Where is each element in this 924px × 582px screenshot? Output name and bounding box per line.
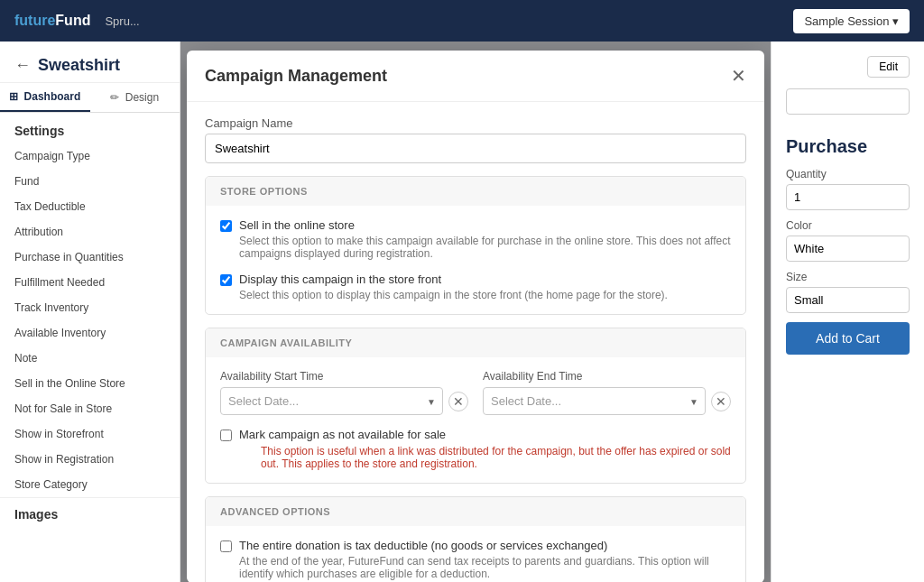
- clear-end-date-button[interactable]: ✕: [711, 392, 731, 411]
- sell-online-content: Sell in the online store Select this opt…: [239, 218, 731, 260]
- display-storefront-content: Display this campaign in the store front…: [239, 273, 668, 301]
- end-time-select-row: Select Date... ▼ ✕: [483, 387, 731, 415]
- purchase-section: Purchase Quantity Color Size Add to Cart: [786, 136, 910, 355]
- tax-deductible-label: The entire donation is tax deductible (n…: [239, 539, 731, 552]
- sidebar-tabs: ⊞ Dashboard ✏ Design: [0, 83, 180, 113]
- sell-online-desc: Select this option to make this campaign…: [239, 235, 731, 260]
- sidebar-title: Sweatshirt: [38, 56, 120, 75]
- tax-deductible-row: The entire donation is tax deductible (n…: [220, 539, 731, 580]
- advanced-options-section: ADVANCED OPTIONS The entire donation is …: [205, 496, 746, 582]
- main-content: Campaign Management ✕ Campaign Name STOR…: [180, 42, 771, 582]
- sidebar-item-fund[interactable]: Fund: [0, 169, 180, 194]
- not-available-content: Mark campaign as not available for sale …: [239, 428, 731, 470]
- tab-design[interactable]: ✏ Design: [90, 83, 180, 112]
- edit-button[interactable]: Edit: [867, 56, 910, 78]
- not-available-checkbox[interactable]: [220, 430, 232, 441]
- sidebar-item-store-category[interactable]: Store Category: [0, 472, 180, 497]
- settings-label: Settings: [0, 113, 180, 143]
- start-date-select[interactable]: Select Date...: [220, 387, 443, 415]
- tax-deductible-checkbox[interactable]: [220, 540, 232, 552]
- design-icon: ✏: [110, 91, 119, 104]
- sidebar-header: ← Sweatshirt: [0, 42, 180, 83]
- session-button[interactable]: Sample Session ▾: [793, 9, 910, 33]
- tab-dashboard[interactable]: ⊞ Dashboard: [0, 83, 90, 112]
- display-storefront-desc: Select this option to display this campa…: [239, 289, 668, 301]
- quantity-label: Quantity: [786, 168, 910, 180]
- not-available-label: Mark campaign as not available for sale: [239, 428, 731, 441]
- logo: futureFund: [14, 13, 90, 29]
- store-options-header: STORE OPTIONS: [206, 177, 745, 206]
- modal-title: Campaign Management: [205, 67, 387, 86]
- sidebar-item-show-registration[interactable]: Show in Registration: [0, 447, 180, 472]
- back-button[interactable]: ←: [14, 56, 31, 75]
- add-to-cart-button[interactable]: Add to Cart: [786, 322, 910, 355]
- start-date-wrapper: Select Date... ▼: [220, 387, 443, 415]
- sidebar-item-show-storefront[interactable]: Show in Storefront: [0, 421, 180, 447]
- sell-online-row: Sell in the online store Select this opt…: [220, 218, 731, 260]
- end-time-col: Availability End Time Select Date... ▼: [483, 370, 731, 415]
- edit-row: Edit: [786, 56, 910, 78]
- size-label: Size: [786, 271, 910, 283]
- campaign-availability-body: Availability Start Time Select Date... ▼: [206, 357, 745, 483]
- end-time-label: Availability End Time: [483, 370, 731, 383]
- store-options-body: Sell in the online store Select this opt…: [206, 206, 745, 314]
- modal-header: Campaign Management ✕: [187, 51, 764, 102]
- not-available-desc: This option is useful when a link was di…: [261, 445, 731, 470]
- modal-overlay: Campaign Management ✕ Campaign Name STOR…: [180, 42, 771, 582]
- campaign-name-label: Campaign Name: [205, 116, 746, 130]
- tax-deductible-desc: At the end of the year, FutureFund can s…: [239, 555, 731, 580]
- images-label: Images: [0, 497, 180, 531]
- nav-link: Spru...: [105, 14, 139, 28]
- end-date-wrapper: Select Date... ▼: [483, 387, 706, 415]
- back-icon: ←: [14, 56, 31, 74]
- dashboard-icon: ⊞: [9, 90, 18, 103]
- right-panel: Edit Purchase Quantity Color Size Add to…: [771, 42, 924, 582]
- right-panel-input[interactable]: [786, 88, 910, 115]
- tab-dashboard-label: Dashboard: [24, 90, 81, 103]
- quantity-input[interactable]: [786, 184, 910, 210]
- start-time-label: Availability Start Time: [220, 370, 468, 383]
- mark-not-available-row: Mark campaign as not available for sale …: [220, 428, 731, 470]
- purchase-title: Purchase: [786, 136, 910, 157]
- campaign-availability-section: CAMPAIGN AVAILABILITY Availability Start…: [205, 328, 746, 484]
- tax-deductible-content: The entire donation is tax deductible (n…: [239, 539, 731, 580]
- page-wrapper: ← Sweatshirt ⊞ Dashboard ✏ Design Settin…: [0, 42, 924, 582]
- sidebar-item-campaign-type[interactable]: Campaign Type: [0, 143, 180, 169]
- sidebar-item-sell-online-store[interactable]: Sell in the Online Store: [0, 371, 180, 396]
- color-label: Color: [786, 219, 910, 232]
- campaign-management-modal: Campaign Management ✕ Campaign Name STOR…: [187, 51, 764, 582]
- size-input[interactable]: [786, 287, 910, 313]
- sidebar-item-attribution[interactable]: Attribution: [0, 219, 180, 245]
- sidebar-item-fulfillment[interactable]: Fulfillment Needed: [0, 270, 180, 295]
- top-navigation: futureFund Spru... Sample Session ▾: [0, 0, 924, 42]
- campaign-name-group: Campaign Name: [205, 116, 746, 163]
- color-input[interactable]: [786, 236, 910, 262]
- sidebar-item-note[interactable]: Note: [0, 346, 180, 371]
- sidebar-item-tax-deductible[interactable]: Tax Deductible: [0, 194, 180, 219]
- display-storefront-checkbox[interactable]: [220, 274, 232, 286]
- start-time-col: Availability Start Time Select Date... ▼: [220, 370, 468, 415]
- tab-design-label: Design: [125, 91, 159, 104]
- display-storefront-label: Display this campaign in the store front: [239, 273, 668, 286]
- modal-close-button[interactable]: ✕: [731, 65, 746, 87]
- store-options-section: STORE OPTIONS Sell in the online store S…: [205, 176, 746, 315]
- modal-body: Campaign Name STORE OPTIONS Sell in the …: [187, 102, 764, 582]
- display-storefront-row: Display this campaign in the store front…: [220, 273, 731, 301]
- campaign-name-input[interactable]: [205, 134, 746, 163]
- campaign-availability-header: CAMPAIGN AVAILABILITY: [206, 328, 745, 357]
- sidebar-item-purchase-quantities[interactable]: Purchase in Quantities: [0, 245, 180, 270]
- clear-start-date-button[interactable]: ✕: [448, 392, 468, 411]
- sell-online-checkbox[interactable]: [220, 220, 232, 232]
- sidebar-item-track-inventory[interactable]: Track Inventory: [0, 295, 180, 320]
- nav-left: futureFund Spru...: [14, 13, 140, 29]
- end-date-select[interactable]: Select Date...: [483, 387, 706, 415]
- sidebar-item-available-inventory[interactable]: Available Inventory: [0, 320, 180, 346]
- start-time-select-row: Select Date... ▼ ✕: [220, 387, 468, 415]
- advanced-options-body: The entire donation is tax deductible (n…: [206, 526, 745, 582]
- advanced-options-header: ADVANCED OPTIONS: [206, 497, 745, 526]
- sidebar-item-not-for-sale[interactable]: Not for Sale in Store: [0, 396, 180, 421]
- sidebar: ← Sweatshirt ⊞ Dashboard ✏ Design Settin…: [0, 42, 180, 582]
- sell-online-label: Sell in the online store: [239, 218, 731, 232]
- availability-row: Availability Start Time Select Date... ▼: [220, 370, 731, 415]
